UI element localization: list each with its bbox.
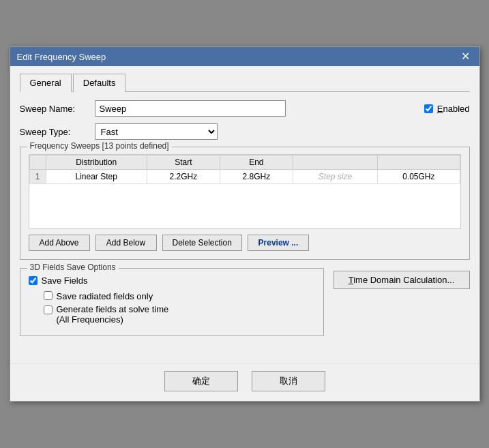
add-above-button[interactable]: Add Above xyxy=(29,235,90,251)
frequency-sweeps-group: Frequency Sweeps [13 points defined] Dis… xyxy=(20,147,470,260)
freq-button-row: Add Above Add Below Delete Selection Pre… xyxy=(29,235,461,251)
tab-defaults[interactable]: Defaults xyxy=(73,74,126,92)
row-distribution: Linear Step xyxy=(46,170,147,184)
close-button[interactable]: ✕ xyxy=(458,51,473,62)
generate-fields-label: Generate fields at solve time (All Frequ… xyxy=(57,304,169,325)
col-start: Start xyxy=(147,155,220,170)
tab-general[interactable]: General xyxy=(20,74,72,92)
freq-group-label: Frequency Sweeps [13 points defined] xyxy=(27,141,172,151)
edit-frequency-sweep-dialog: Edit Frequency Sweep ✕ General Defaults … xyxy=(10,46,480,402)
col-distribution: Distribution xyxy=(46,155,147,170)
enabled-area: Enabled xyxy=(424,104,470,114)
sweep-type-label: Sweep Type: xyxy=(20,127,95,137)
col-step-value xyxy=(378,155,460,170)
col-step-label xyxy=(293,155,377,170)
freq-table-container: Distribution Start End 1 Linear Step 2.2… xyxy=(29,154,461,229)
time-domain-area: Time Domain Calculation... xyxy=(334,268,470,344)
preview-button[interactable]: Preview ... xyxy=(248,235,309,251)
sweep-name-input[interactable] xyxy=(95,100,286,117)
save-radiated-checkbox[interactable] xyxy=(44,291,53,300)
sweep-name-row: Sweep Name: Enabled xyxy=(20,100,470,117)
dialog-footer: 确定 取消 xyxy=(10,363,479,401)
tabs: General Defaults xyxy=(20,73,470,92)
save-fields-label: Save Fields xyxy=(42,275,88,286)
fields-group-label: 3D Fields Save Options xyxy=(27,263,119,272)
time-domain-button[interactable]: Time Domain Calculation... xyxy=(334,271,470,289)
delete-selection-button[interactable]: Delete Selection xyxy=(162,235,242,251)
sweep-type-row: Sweep Type: Fast Interpolating Discrete xyxy=(20,123,470,140)
save-radiated-row: Save radiated fields only xyxy=(44,291,315,301)
generate-fields-row: Generate fields at solve time (All Frequ… xyxy=(44,304,315,325)
sweep-name-label: Sweep Name: xyxy=(20,104,95,114)
row-num: 1 xyxy=(29,170,46,184)
dialog-title: Edit Frequency Sweep xyxy=(17,52,106,62)
add-below-button[interactable]: Add Below xyxy=(95,235,157,251)
generate-fields-checkbox[interactable] xyxy=(44,305,53,314)
row-step-value: 0.05GHz xyxy=(378,170,460,184)
save-fields-row: Save Fields xyxy=(29,275,315,286)
enabled-checkbox[interactable] xyxy=(424,104,433,113)
sweep-type-select[interactable]: Fast Interpolating Discrete xyxy=(95,123,218,140)
row-start: 2.2GHz xyxy=(147,170,220,184)
dialog-body: General Defaults Sweep Name: Enabled Swe… xyxy=(10,66,479,363)
sub-options: Save radiated fields only Generate field… xyxy=(44,291,315,325)
save-radiated-label: Save radiated fields only xyxy=(57,291,153,301)
row-step-label: Step size xyxy=(293,170,377,184)
col-num xyxy=(29,155,46,170)
title-bar: Edit Frequency Sweep ✕ xyxy=(10,47,479,66)
table-row[interactable]: 1 Linear Step 2.2GHz 2.8GHz Step size 0.… xyxy=(29,170,460,184)
ok-button[interactable]: 确定 xyxy=(164,371,238,391)
freq-table: Distribution Start End 1 Linear Step 2.2… xyxy=(29,155,460,184)
fields-save-group: 3D Fields Save Options Save Fields Save … xyxy=(20,268,324,336)
row-end: 2.8GHz xyxy=(220,170,293,184)
enabled-label: Enabled xyxy=(437,104,470,114)
save-fields-checkbox[interactable] xyxy=(29,276,38,285)
col-end: End xyxy=(220,155,293,170)
cancel-button[interactable]: 取消 xyxy=(252,371,325,391)
bottom-section: 3D Fields Save Options Save Fields Save … xyxy=(20,268,470,344)
